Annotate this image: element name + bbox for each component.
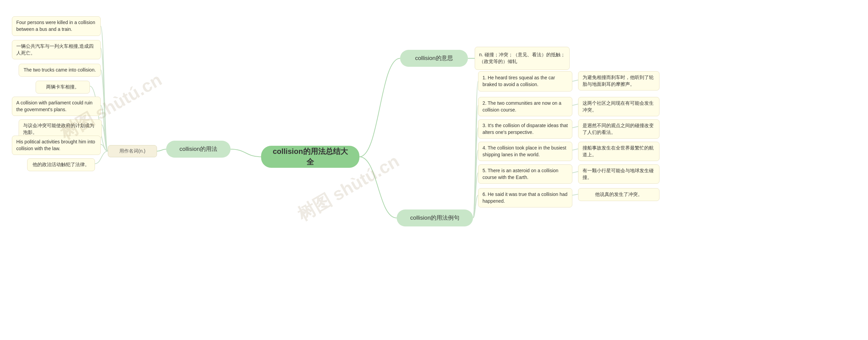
sub-label-noun: 用作名词(n.): [108, 145, 157, 157]
example-cn-3: 是迥然不同的观点之间的碰撞改变了人们的看法。: [578, 119, 659, 139]
example-en-6: 6. He said it was true that a collision …: [478, 188, 572, 207]
left-node-5: A collision with parliament could ruin t…: [12, 97, 101, 116]
left-node-7: His political activities brought him int…: [12, 136, 101, 155]
example-cn-4: 撞船事故发生在全世界最繁忙的航道上。: [578, 142, 659, 161]
branch-meaning: collision的意思: [400, 50, 468, 67]
left-text-2: 一辆公共汽车与一列火车相撞,造成四人死亡。: [16, 43, 96, 56]
example-en-5: 5. There is an asteroid on a collision c…: [478, 164, 572, 184]
example-cn-5: 有一颗小行星可能会与地球发生碰撞。: [578, 164, 659, 184]
example-cn-2: 这两个社区之间现在有可能会发生冲突。: [578, 97, 659, 116]
example-en-text-3: 3. It's the collision of disparate ideas…: [482, 122, 568, 136]
svg-line-1: [572, 80, 578, 81]
meaning-label: collision的意思: [415, 54, 453, 62]
left-text-6: 与议会冲突可能使政府的计划成为泡影。: [23, 122, 97, 136]
left-node-1: Four persons were killed in a collision …: [12, 16, 101, 36]
example-cn-6: 他说真的发生了冲突。: [578, 188, 659, 201]
example-cn-text-4: 撞船事故发生在全世界最繁忙的航道上。: [583, 145, 655, 158]
example-cn-1: 为避免相撞而刹车时，他听到了轮胎与地面刺耳的摩擦声。: [578, 71, 659, 91]
svg-line-6: [572, 194, 578, 195]
left-text-3: The two trucks came into collision.: [23, 67, 96, 74]
meaning-text: n. 碰撞；冲突；（意见、看法）的抵触；（政党等的）倾轧: [479, 52, 565, 65]
branch-examples: collision的用法例句: [397, 209, 473, 226]
left-node-8: 他的政治活动触犯了法律。: [27, 158, 95, 171]
noun-label: 用作名词(n.): [119, 148, 145, 155]
svg-line-5: [572, 172, 578, 173]
example-en-text-1: 1. He heard tires squeal as the car brak…: [482, 75, 568, 88]
svg-line-2: [572, 104, 578, 105]
example-en-text-5: 5. There is an asteroid on a collision c…: [482, 167, 568, 181]
example-en-2: 2. The two communities are now on a coll…: [478, 97, 572, 116]
usage-label: collision的用法: [179, 145, 217, 153]
example-en-3: 3. It's the collision of disparate ideas…: [478, 119, 572, 139]
examples-label: collision的用法例句: [410, 214, 459, 222]
example-cn-text-1: 为避免相撞而刹车时，他听到了轮胎与地面刺耳的摩擦声。: [583, 74, 655, 87]
svg-line-3: [572, 126, 578, 128]
example-en-4: 4. The collision took place in the busie…: [478, 142, 572, 161]
left-text-8: 他的政治活动触犯了法律。: [33, 161, 90, 168]
center-node: collision的用法总结大全: [261, 146, 359, 168]
left-node-3: The two trucks came into collision.: [19, 64, 101, 77]
svg-line-4: [572, 149, 578, 150]
example-cn-text-2: 这两个社区之间现在有可能会发生冲突。: [583, 100, 655, 113]
example-en-text-4: 4. The collision took place in the busie…: [482, 145, 568, 158]
example-cn-text-5: 有一颗小行星可能会与地球发生碰撞。: [583, 167, 655, 181]
left-text-7: His political activities brought him int…: [16, 139, 96, 152]
example-en-text-2: 2. The two communities are now on a coll…: [482, 100, 568, 113]
left-node-4: 两辆卡车相撞。: [36, 81, 90, 94]
meaning-content: n. 碰撞；冲突；（意见、看法）的抵触；（政党等的）倾轧: [475, 47, 570, 70]
left-text-1: Four persons were killed in a collision …: [16, 19, 96, 33]
example-cn-text-6: 他说真的发生了冲突。: [595, 191, 643, 198]
center-label: collision的用法总结大全: [271, 146, 349, 167]
left-node-2: 一辆公共汽车与一列火车相撞,造成四人死亡。: [12, 40, 101, 59]
left-text-5: A collision with parliament could ruin t…: [16, 100, 96, 113]
example-en-text-6: 6. He said it was true that a collision …: [482, 191, 568, 204]
example-en-1: 1. He heard tires squeal as the car brak…: [478, 71, 572, 92]
example-cn-text-3: 是迥然不同的观点之间的碰撞改变了人们的看法。: [583, 122, 655, 136]
left-text-4: 两辆卡车相撞。: [46, 84, 79, 91]
branch-usage: collision的用法: [166, 141, 231, 158]
